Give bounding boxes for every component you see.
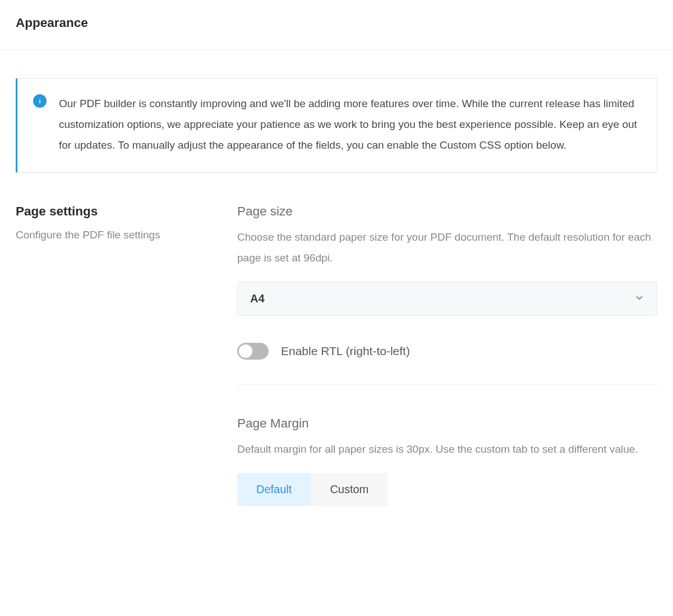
page-size-description: Choose the standard paper size for your … (237, 227, 657, 268)
info-banner: i Our PDF builder is constantly improvin… (16, 78, 657, 173)
divider (237, 384, 657, 385)
header: Appearance (0, 0, 673, 50)
page-settings-subtitle: Configure the PDF file settings (16, 227, 237, 243)
content: i Our PDF builder is constantly improvin… (0, 50, 673, 528)
page-margin-label: Page Margin (237, 416, 657, 431)
rtl-toggle-label: Enable RTL (right-to-left) (281, 344, 410, 358)
tab-default[interactable]: Default (237, 473, 311, 506)
info-icon: i (33, 94, 47, 108)
page-margin-tabs: Default Custom (237, 473, 388, 506)
chevron-down-icon (634, 293, 644, 305)
page-margin-description: Default margin for all paper sizes is 30… (237, 439, 657, 459)
settings-left-column: Page settings Configure the PDF file set… (16, 204, 237, 506)
page-title: Appearance (16, 16, 657, 30)
settings-row: Page settings Configure the PDF file set… (16, 204, 657, 506)
page-size-label: Page size (237, 204, 657, 219)
tab-custom[interactable]: Custom (311, 473, 388, 506)
rtl-toggle-row: Enable RTL (right-to-left) (237, 343, 657, 360)
page-size-value: A4 (250, 292, 265, 305)
page-size-select[interactable]: A4 (237, 282, 657, 316)
rtl-toggle[interactable] (237, 343, 269, 360)
settings-right-column: Page size Choose the standard paper size… (237, 204, 657, 506)
page-settings-title: Page settings (16, 204, 237, 219)
info-banner-text: Our PDF builder is constantly improving … (59, 93, 640, 155)
toggle-knob (239, 344, 252, 358)
